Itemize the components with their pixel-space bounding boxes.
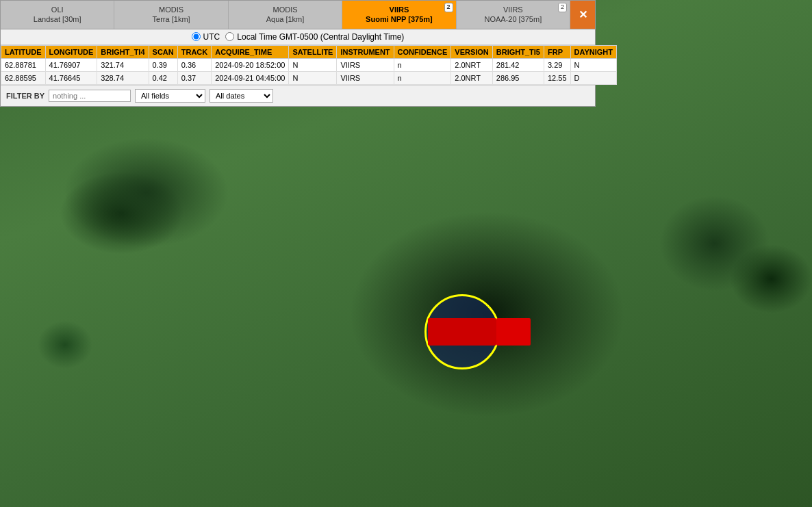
tab-oli-line2: Landsat [30m]	[6, 14, 108, 24]
col-version: VERSION	[451, 45, 493, 58]
tab-oli[interactable]: OLI Landsat [30m]	[1, 1, 114, 29]
filter-row: FILTER BY All fields LATITUDE LONGITUDE …	[1, 85, 595, 106]
tab-viirs-noaa-line2: NOAA-20 [375m]	[462, 14, 564, 24]
cell-track: 0.37	[177, 71, 212, 84]
cell-latitude: 62.88781	[1, 58, 46, 71]
col-longitude: LONGITUDE	[45, 45, 97, 58]
cell-scan: 0.42	[149, 71, 177, 84]
utc-radio-group: UTC	[192, 32, 220, 42]
cell-satellite: N	[289, 71, 337, 84]
col-bright-ti5: BRIGHT_TI5	[492, 45, 544, 58]
cell-satellite: N	[289, 58, 337, 71]
table-row[interactable]: 62.8859541.76645328.740.420.372024-09-21…	[1, 71, 617, 84]
close-panel-button[interactable]: ✕	[570, 1, 595, 29]
tab-modis-terra-line1: MODIS	[120, 5, 222, 14]
filter-fields-select[interactable]: All fields LATITUDE LONGITUDE CONFIDENCE…	[135, 89, 205, 103]
tab-modis-terra-line2: Terra [1km]	[120, 14, 222, 24]
cell-daynight: N	[570, 58, 616, 71]
cell-scan: 0.39	[149, 58, 177, 71]
table-header-row: LATITUDE LONGITUDE BRIGHT_TI4 SCAN TRACK…	[1, 45, 617, 58]
local-time-label[interactable]: Local Time GMT-0500 (Central Daylight Ti…	[237, 32, 404, 42]
col-scan: SCAN	[149, 45, 177, 58]
cell-version: 2.0NRT	[451, 71, 493, 84]
cell-acquire_time: 2024-09-20 18:52:00	[212, 58, 289, 71]
table-row[interactable]: 62.8878141.76907321.740.390.362024-09-20…	[1, 58, 617, 71]
cell-daynight: D	[570, 71, 616, 84]
cell-bright_ti4: 328.74	[97, 71, 149, 84]
tab-viirs-npp[interactable]: 2 VIIRS Suomi NPP [375m]	[342, 1, 456, 29]
cell-version: 2.0NRT	[451, 58, 493, 71]
cell-frp: 3.29	[544, 58, 571, 71]
tab-viirs-npp-line2: Suomi NPP [375m]	[348, 14, 450, 24]
tab-modis-aqua-line2: Aqua [1km]	[234, 14, 336, 24]
col-track: TRACK	[177, 45, 212, 58]
cell-track: 0.36	[177, 58, 212, 71]
utc-radio[interactable]	[192, 32, 201, 41]
filter-input[interactable]	[49, 90, 131, 102]
col-acquire-time: ACQUIRE_TIME	[212, 45, 289, 58]
cell-acquire_time: 2024-09-21 04:45:00	[212, 71, 289, 84]
data-panel: OLI Landsat [30m] MODIS Terra [1km] MODI…	[0, 0, 596, 107]
col-bright-ti4: BRIGHT_TI4	[97, 45, 149, 58]
fire-marker	[424, 294, 500, 369]
col-latitude: LATITUDE	[1, 45, 46, 58]
local-time-radio[interactable]	[225, 32, 234, 41]
col-daynight: DAYNIGHT	[570, 45, 616, 58]
tab-viirs-noaa-badge: 2	[558, 3, 567, 12]
filter-label: FILTER BY	[6, 92, 45, 100]
cell-latitude: 62.88595	[1, 71, 46, 84]
filter-dates-select[interactable]: All dates Today Last 7 days Last 30 days	[210, 89, 273, 103]
cell-bright_ti5: 286.95	[492, 71, 544, 84]
cell-confidence: n	[394, 71, 451, 84]
cell-confidence: n	[394, 58, 451, 71]
tab-oli-line1: OLI	[6, 5, 108, 14]
utc-label[interactable]: UTC	[203, 32, 220, 42]
data-table: LATITUDE LONGITUDE BRIGHT_TI4 SCAN TRACK…	[1, 45, 617, 85]
tab-modis-aqua-line1: MODIS	[234, 5, 336, 14]
cell-instrument: VIIRS	[337, 71, 394, 84]
tab-modis-aqua[interactable]: MODIS Aqua [1km]	[229, 1, 342, 29]
tab-viirs-npp-line1: VIIRS	[348, 5, 450, 14]
col-frp: FRP	[544, 45, 571, 58]
cell-longitude: 41.76645	[45, 71, 97, 84]
timezone-row: UTC Local Time GMT-0500 (Central Dayligh…	[1, 29, 595, 45]
cell-frp: 12.55	[544, 71, 571, 84]
local-radio-group: Local Time GMT-0500 (Central Daylight Ti…	[225, 32, 404, 42]
fire-rect-ext	[496, 318, 531, 346]
col-instrument: INSTRUMENT	[337, 45, 394, 58]
tab-viirs-noaa[interactable]: 2 VIIRS NOAA-20 [375m]	[457, 1, 570, 29]
cell-bright_ti5: 281.42	[492, 58, 544, 71]
col-confidence: CONFIDENCE	[394, 45, 451, 58]
tab-viirs-npp-badge: 2	[444, 3, 453, 12]
cell-instrument: VIIRS	[337, 58, 394, 71]
tab-viirs-noaa-line1: VIIRS	[462, 5, 564, 14]
cell-longitude: 41.76907	[45, 58, 97, 71]
col-satellite: SATELLITE	[289, 45, 337, 58]
tabs-row: OLI Landsat [30m] MODIS Terra [1km] MODI…	[1, 1, 595, 29]
cell-bright_ti4: 321.74	[97, 58, 149, 71]
fire-rect-main	[428, 318, 496, 346]
tab-modis-terra[interactable]: MODIS Terra [1km]	[114, 1, 228, 29]
